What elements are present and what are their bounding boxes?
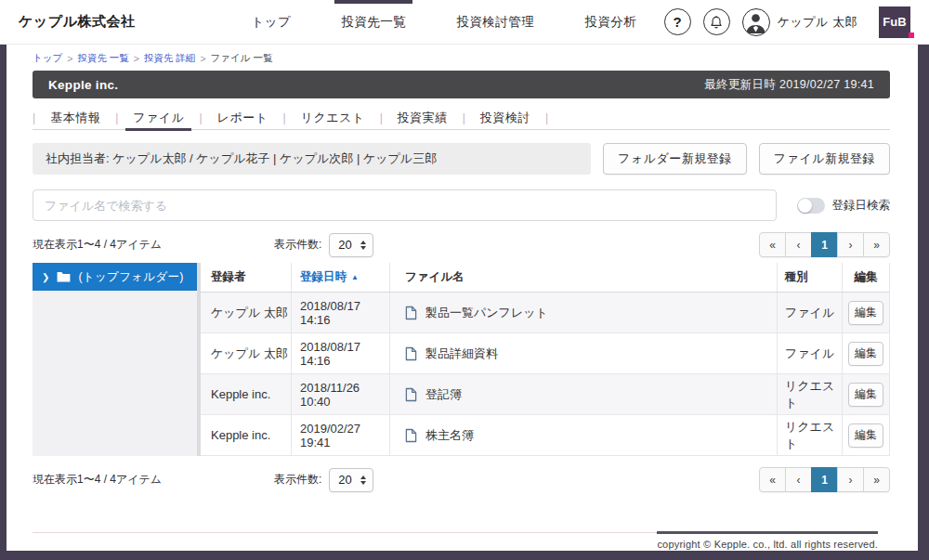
next-page-button[interactable]: › [837, 232, 864, 257]
nav-item-review-management[interactable]: 投資検討管理 [450, 0, 541, 45]
document-icon [405, 387, 417, 402]
question-mark-icon: ? [674, 14, 682, 30]
breadcrumb-separator: > [67, 53, 72, 64]
per-page-label: 表示件数: [274, 472, 321, 488]
user-avatar [742, 8, 770, 36]
type-cell: リクエスト [778, 374, 843, 414]
main-nav: トップ投資先一覧投資検討管理投資分析 [244, 0, 643, 45]
first-page-button[interactable]: « [759, 232, 786, 257]
header-type: 種別 [778, 263, 843, 292]
table-header-row: 登録者 登録日時 ▲ ファイル名 種別 編集 [201, 263, 889, 293]
list-controls-top: 現在表示1〜4 / 4アイテム 表示件数: 20 «‹1›» [33, 232, 890, 257]
registrant-cell: ケップル 太郎 [201, 293, 292, 332]
tab-requests[interactable]: リクエスト [286, 105, 380, 130]
edit-button[interactable]: 編集 [848, 301, 883, 325]
edit-button[interactable]: 編集 [848, 423, 883, 448]
page-number-button[interactable]: 1 [811, 232, 838, 257]
notifications-button[interactable] [703, 8, 730, 35]
copyright-text: copyright © Kepple. co., ltd. all rights… [33, 539, 878, 550]
last-updated: 最終更新日時 2019/02/27 19:41 [704, 77, 874, 93]
nav-item-top[interactable]: トップ [244, 0, 297, 45]
page-number-button[interactable]: 1 [811, 467, 838, 492]
company-bar: Kepple inc. 最終更新日時 2019/02/27 19:41 [33, 71, 890, 98]
last-page-button[interactable]: » [863, 232, 890, 257]
header-edit: 編集 [843, 263, 889, 292]
list-controls-bottom: 現在表示1〜4 / 4アイテム 表示件数: 20 «‹1›» [33, 467, 890, 492]
date-search-toggle-group: 登録日検索 [797, 198, 891, 214]
header-date-sortable[interactable]: 登録日時 ▲ [292, 263, 390, 292]
filename-cell: 登記簿 [390, 374, 778, 414]
managers-row: 社内担当者: ケップル太郎 / ケップル花子 | ケップル次郎 | ケップル三郎… [33, 143, 890, 175]
registrant-cell: ケップル 太郎 [201, 333, 292, 373]
tab-investment-review[interactable]: 投資検討 [465, 105, 545, 130]
new-folder-button[interactable]: フォルダー新規登録 [603, 143, 747, 175]
document-icon [405, 428, 417, 443]
per-page-select[interactable]: 20 [329, 468, 373, 492]
breadcrumb-link[interactable]: 投資先 一覧 [77, 52, 128, 65]
new-file-button[interactable]: ファイル新規登録 [759, 143, 890, 175]
folder-item-top[interactable]: ❯ (トップフォルダー) [33, 263, 197, 291]
tab-basic-info[interactable]: 基本情報 [35, 105, 115, 130]
type-cell: ファイル [778, 333, 843, 373]
chevron-right-icon[interactable]: ❯ [42, 272, 49, 282]
per-page-group: 表示件数: 20 [274, 233, 373, 257]
bell-icon [709, 15, 724, 30]
user-name: ケップル 太郎 [778, 14, 857, 31]
results-count: 現在表示1〜4 / 4アイテム [33, 237, 242, 253]
filename-text: 製品詳細資料 [425, 345, 498, 362]
date-cell: 2019/02/27 19:41 [292, 415, 390, 455]
registrant-cell: Kepple inc. [201, 374, 292, 414]
per-page-group: 表示件数: 20 [274, 468, 373, 492]
date-cell: 2018/08/17 14:16 [292, 293, 390, 332]
date-search-toggle[interactable] [797, 198, 825, 214]
pagination: «‹1›» [759, 232, 890, 257]
prev-page-button[interactable]: ‹ [785, 467, 812, 492]
table-row[interactable]: Kepple inc.2019/02/27 19:41株主名簿リクエスト編集 [201, 415, 889, 456]
last-page-button[interactable]: » [863, 467, 890, 492]
company-name: Kepple inc. [48, 78, 118, 92]
date-cell: 2018/08/17 14:16 [292, 333, 390, 373]
nav-item-analysis[interactable]: 投資分析 [578, 0, 643, 45]
breadcrumb-link[interactable]: トップ [33, 52, 62, 65]
header-registrant: 登録者 [201, 263, 292, 292]
filename-cell: 製品一覧パンフレット [390, 293, 778, 332]
breadcrumb-separator: > [134, 53, 139, 64]
search-input[interactable] [33, 189, 777, 221]
date-cell: 2018/11/26 10:40 [292, 374, 390, 414]
table-row[interactable]: Kepple inc.2018/11/26 10:40登記簿リクエスト編集 [201, 374, 889, 415]
tab-reports[interactable]: レポート [203, 105, 283, 130]
nav-item-portfolio-list[interactable]: 投資先一覧 [334, 0, 412, 45]
brand-name[interactable]: ケップル株式会社 [19, 13, 135, 31]
spinner-icon [360, 475, 366, 485]
edit-cell: 編集 [843, 333, 889, 373]
first-page-button[interactable]: « [759, 467, 786, 492]
filename-cell: 株主名簿 [390, 415, 778, 455]
filename-text: 株主名簿 [425, 427, 474, 444]
filename-cell: 製品詳細資料 [390, 333, 778, 373]
per-page-select[interactable]: 20 [329, 233, 373, 257]
breadcrumb-separator: > [200, 53, 205, 64]
tab-files[interactable]: ファイル [118, 105, 199, 130]
type-cell: リクエスト [778, 415, 843, 455]
table-row[interactable]: ケップル 太郎2018/08/17 14:16製品一覧パンフレットファイル編集 [201, 293, 889, 333]
help-button[interactable]: ? [664, 8, 691, 35]
main-panel: ❯ (トップフォルダー) 登録者 登録日時 ▲ [33, 263, 890, 456]
page-frame: ケップル株式会社 トップ投資先一覧投資検討管理投資分析 ? [0, 0, 929, 560]
folder-tree: ❯ (トップフォルダー) [33, 263, 197, 456]
breadcrumb-link[interactable]: 投資先 詳細 [144, 52, 195, 65]
sort-ascending-icon: ▲ [351, 273, 359, 281]
edit-button[interactable]: 編集 [848, 342, 883, 366]
folder-icon [57, 271, 71, 282]
prev-page-button[interactable]: ‹ [785, 232, 812, 257]
header-date-label: 登録日時 [300, 269, 347, 285]
file-table-body: ケップル 太郎2018/08/17 14:16製品一覧パンフレットファイル編集ケ… [201, 293, 889, 456]
edit-button[interactable]: 編集 [848, 383, 883, 407]
per-page-label: 表示件数: [274, 237, 321, 253]
table-row[interactable]: ケップル 太郎2018/08/17 14:16製品詳細資料ファイル編集 [201, 333, 889, 374]
user-menu[interactable]: ケップル 太郎 [742, 8, 857, 36]
next-page-button[interactable]: › [837, 467, 864, 492]
footer-rule [33, 531, 878, 534]
toggle-knob [798, 199, 812, 213]
tab-investment-results[interactable]: 投資実績 [383, 105, 463, 130]
app-page: ケップル株式会社 トップ投資先一覧投資検討管理投資分析 ? [7, 0, 918, 551]
